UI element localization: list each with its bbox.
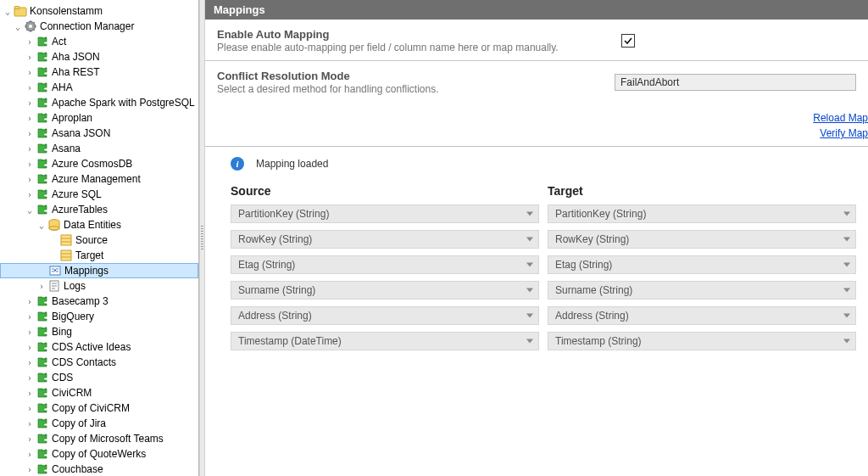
tree-item[interactable]: ›Copy of Jira (0, 416, 198, 431)
tree-item[interactable]: ›Asana (0, 141, 198, 156)
puzzle-icon (36, 203, 49, 216)
puzzle-icon (36, 81, 49, 94)
section-title: Enable Auto Mapping (217, 28, 615, 41)
section-auto-mapping: Enable Auto Mapping Please enable auto-m… (205, 20, 868, 61)
expand-icon[interactable]: › (24, 98, 36, 108)
puzzle-icon (36, 310, 49, 323)
expand-icon[interactable]: › (24, 144, 36, 154)
expand-icon[interactable]: › (24, 465, 36, 474)
tree-item-azuretables[interactable]: ⌄ AzureTables (0, 202, 198, 217)
expand-icon[interactable]: › (24, 53, 36, 62)
expand-icon[interactable]: › (24, 389, 36, 398)
tree-connection-manager[interactable]: ⌄ Connection Manager (0, 19, 198, 34)
tree-item-logs[interactable]: › Logs (0, 278, 198, 294)
target-field-select[interactable]: RowKey (String) (548, 230, 856, 249)
tree-item[interactable]: ›Act (0, 34, 198, 49)
expand-icon[interactable]: › (24, 419, 36, 428)
tree-item-label: CDS Contacts (49, 356, 116, 368)
expand-icon[interactable]: ⌄ (24, 205, 36, 215)
expand-icon[interactable]: ⌄ (12, 22, 24, 31)
tree-item-label: Logs (61, 280, 86, 292)
expand-icon[interactable]: › (24, 434, 36, 444)
tree-item[interactable]: ›Aproplan (0, 110, 198, 126)
expand-icon[interactable]: › (24, 343, 36, 352)
source-field-select[interactable]: Etag (String) (231, 255, 539, 274)
section-conflict-mode: Conflict Resolution Mode Select a desire… (205, 61, 868, 102)
target-field-select[interactable]: Address (String) (548, 306, 856, 325)
expand-icon[interactable]: › (24, 114, 36, 123)
tree-item-target[interactable]: › Target (0, 248, 198, 263)
expand-icon[interactable]: › (24, 190, 36, 199)
tree-item[interactable]: ›Basecamp 3 (0, 294, 198, 309)
expand-icon[interactable]: › (24, 129, 36, 138)
expand-icon[interactable]: › (24, 358, 36, 367)
puzzle-icon (36, 340, 49, 354)
splitter[interactable] (199, 0, 205, 476)
source-field-select[interactable]: Timestamp (DateTime) (231, 332, 539, 350)
tree-item-label: Target (73, 249, 103, 261)
tree-item[interactable]: ›Copy of Microsoft Teams (0, 431, 198, 446)
reload-map-link[interactable]: Reload Map (205, 110, 868, 126)
tree-item[interactable]: ›CDS Active Ideas (0, 339, 198, 355)
tree-root[interactable]: ⌄ Konsolenstamm (0, 3, 198, 19)
target-field-select[interactable]: Timestamp (String) (548, 332, 856, 350)
source-field-select[interactable]: Surname (String) (231, 281, 539, 300)
tree-item-label: Source (73, 234, 108, 246)
tree-item[interactable]: ›Apache Spark with PostgreSQL (0, 95, 198, 110)
target-field-select[interactable]: Surname (String) (548, 281, 856, 300)
target-field-select[interactable]: PartitionKey (String) (548, 204, 856, 223)
source-field-select[interactable]: PartitionKey (String) (231, 204, 539, 223)
tree-item-label: Basecamp 3 (49, 295, 108, 307)
tree-item-source[interactable]: › Source (0, 232, 198, 248)
tree-item-mappings[interactable]: › Mappings (0, 263, 198, 278)
mapping-row: RowKey (String)RowKey (String) (231, 230, 856, 249)
tree-item[interactable]: ›CiviCRM (0, 385, 198, 400)
expand-icon[interactable]: › (24, 68, 36, 77)
tree-item[interactable]: ›CDS Contacts (0, 355, 198, 370)
tree-item[interactable]: ›Bing (0, 324, 198, 339)
source-field-select[interactable]: RowKey (String) (231, 230, 539, 249)
puzzle-icon (36, 50, 49, 64)
expand-icon[interactable]: › (24, 328, 36, 337)
tree-item[interactable]: ›AHA (0, 80, 198, 95)
tree-item-label: Connection Manager (37, 20, 134, 32)
expand-icon[interactable]: › (24, 450, 36, 459)
expand-icon[interactable]: › (36, 282, 47, 291)
tree-item-label: Copy of CiviCRM (49, 402, 130, 414)
tree-item[interactable]: ›Aha JSON (0, 49, 198, 64)
tree-item[interactable]: ›Azure SQL (0, 187, 198, 202)
verify-map-link[interactable]: Verify Map (205, 126, 868, 141)
expand-icon[interactable]: › (24, 312, 36, 322)
expand-icon[interactable]: › (24, 83, 36, 92)
source-field-select[interactable]: Address (String) (231, 306, 539, 325)
tree-item[interactable]: ›BigQuery (0, 309, 198, 324)
tree-item[interactable]: ›Azure Management (0, 171, 198, 187)
expand-icon[interactable]: › (24, 404, 36, 413)
conflict-mode-select[interactable]: FailAndAbort (615, 74, 856, 91)
tree-item-label: Asana (49, 143, 81, 154)
tree-item[interactable]: ›Couchbase (0, 462, 198, 476)
puzzle-icon (36, 188, 49, 201)
tree-item[interactable]: ›Copy of QuoteWerks (0, 446, 198, 462)
expand-icon[interactable]: › (24, 175, 36, 184)
tree-item[interactable]: ›Asana JSON (0, 126, 198, 141)
expand-icon[interactable]: ⌄ (2, 7, 14, 16)
tree-item-label: Couchbase (49, 463, 103, 475)
navigation-tree[interactable]: ⌄ Konsolenstamm ⌄ Connection Manager ›Ac… (0, 0, 199, 476)
expand-icon[interactable]: ⌄ (36, 221, 47, 230)
database-icon (47, 218, 61, 232)
tree-item-label: Data Entities (61, 219, 121, 231)
section-title: Conflict Resolution Mode (217, 70, 615, 82)
auto-mapping-checkbox[interactable] (621, 34, 635, 48)
expand-icon[interactable]: › (24, 297, 36, 306)
tree-item-data-entities[interactable]: ⌄ Data Entities (0, 217, 198, 232)
expand-icon[interactable]: › (24, 160, 36, 169)
expand-icon[interactable]: › (24, 37, 36, 47)
tree-item[interactable]: ›Aha REST (0, 64, 198, 80)
column-header-source: Source (231, 181, 539, 204)
tree-item[interactable]: ›Azure CosmosDB (0, 156, 198, 171)
target-field-select[interactable]: Etag (String) (548, 255, 856, 274)
tree-item[interactable]: ›Copy of CiviCRM (0, 400, 198, 416)
tree-item[interactable]: ›CDS (0, 370, 198, 385)
expand-icon[interactable]: › (24, 373, 36, 383)
